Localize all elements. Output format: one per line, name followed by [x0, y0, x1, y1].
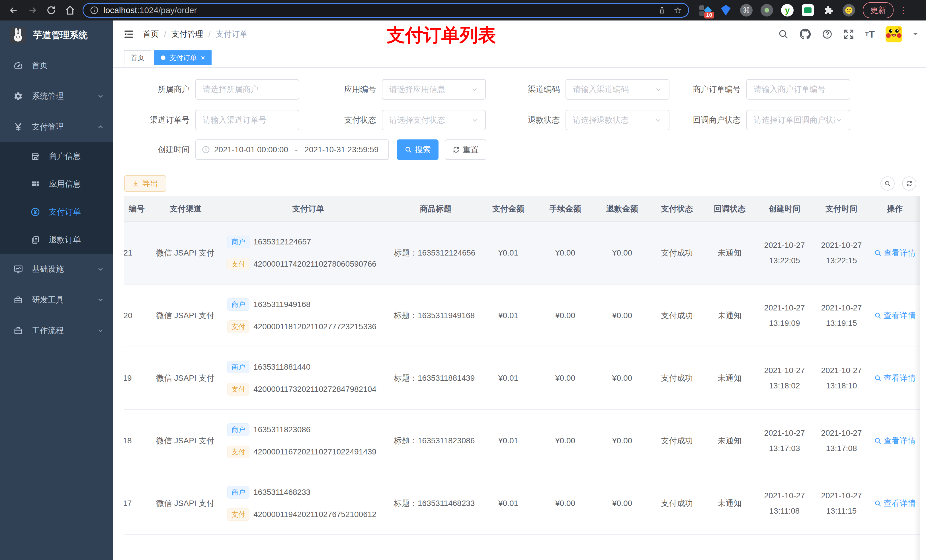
pay-order-line: 支付4200001194202110276752100612 [227, 508, 377, 521]
magnifier-icon [874, 249, 882, 257]
extension-icon[interactable]: 10 [699, 4, 712, 17]
user-avatar[interactable] [885, 26, 902, 42]
breadcrumb-item[interactable]: 支付管理 [171, 29, 203, 39]
filter-field-应用编号: 应用编号请选择应用信息 [299, 79, 486, 100]
date-range-input[interactable]: 2021-10-01 00:00:00 - 2021-10-31 23:59:5… [195, 139, 389, 160]
header-search-icon[interactable] [778, 29, 789, 39]
merchant-order-line: 商户1635312124657 [227, 235, 311, 248]
browser-update-button[interactable]: 更新 [863, 2, 894, 18]
date-end-value[interactable]: 2021-10-31 23:59:59 [304, 145, 378, 154]
browser-back-icon[interactable] [8, 4, 20, 17]
bookmark-star-icon[interactable]: ☆ [674, 5, 682, 16]
cell-channel: 微信 JSAPI 支付 [154, 222, 225, 284]
shop-icon [30, 152, 41, 161]
sidebar-item-label: 支付订单 [49, 207, 104, 217]
font-size-icon[interactable]: TT [865, 29, 875, 40]
sidebar-fold-icon[interactable] [123, 29, 135, 40]
input-渠道订单号[interactable]: 请输入渠道订单号 [195, 110, 299, 130]
filter-row: 渠道订单号请输入渠道订单号支付状态请选择支付状态退款状态请选择退款状态回调商户状… [124, 110, 920, 130]
browser-home-icon[interactable] [64, 4, 76, 17]
logo[interactable]: 芋道管理系统 [0, 21, 113, 50]
pay-time: 13:19:15 [826, 315, 857, 331]
extension-icon[interactable] [842, 4, 855, 17]
cell-refund-amount: ¥0.00 [594, 347, 651, 409]
export-button[interactable]: 导出 [124, 175, 166, 192]
sidebar-item-label: 工作流程 [32, 325, 97, 336]
tags-view-bar: 首页支付订单× [113, 48, 926, 68]
fullscreen-icon[interactable] [843, 29, 854, 39]
gear-icon [12, 91, 24, 101]
extensions-area: 10 ⌘ y [699, 4, 855, 17]
cell-actions [870, 535, 920, 560]
sidebar-item-研发工具[interactable]: 研发工具 [0, 285, 113, 315]
select-渠道编码[interactable]: 请输入渠道编码 [566, 79, 669, 100]
share-icon[interactable] [658, 6, 666, 15]
magnifier-icon [874, 312, 882, 319]
tab-支付订单[interactable]: 支付订单× [154, 50, 212, 65]
sidebar-item-基础设施[interactable]: 基础设施 [0, 254, 113, 285]
sidebar-item-应用信息[interactable]: 应用信息 [0, 170, 113, 198]
table-header-row: 编号支付渠道支付订单商品标题支付金额手续金额退款金额支付状态回调状态创建时间支付… [124, 196, 920, 222]
pay-date: 2021-10-27 [821, 238, 862, 253]
cell-actions: 查看详情 [870, 285, 920, 347]
cell-title [392, 535, 480, 560]
view-details-link[interactable]: 查看详情 [874, 435, 916, 446]
toggle-search-button[interactable] [881, 177, 895, 191]
cell-refund-amount: ¥0.00 [594, 285, 651, 347]
create-time: 13:22:05 [769, 253, 800, 268]
sidebar-item-首页[interactable]: 首页 [0, 50, 113, 81]
github-icon[interactable] [800, 29, 811, 40]
input-商户订单编号[interactable]: 请输入商户订单编号 [746, 79, 850, 100]
extension-icon[interactable] [801, 4, 814, 17]
tab-close-icon[interactable]: × [201, 54, 205, 62]
view-details-link[interactable]: 查看详情 [874, 248, 916, 258]
view-details-label: 查看详情 [884, 248, 916, 258]
cell-title: 标题：1635311949168 [392, 285, 480, 347]
sidebar-item-商户信息[interactable]: 商户信息 [0, 142, 113, 170]
tab-首页[interactable]: 首页 [124, 50, 151, 65]
puzzle-extensions-icon[interactable] [822, 4, 835, 17]
browser-forward-icon[interactable] [26, 4, 39, 17]
refresh-table-button[interactable] [902, 177, 916, 191]
grid-icon [30, 180, 41, 189]
view-details-link[interactable]: 查看详情 [874, 373, 916, 383]
view-details-link[interactable]: 查看详情 [874, 310, 916, 321]
extension-icon[interactable]: ⌘ [740, 4, 753, 17]
pay-order-no: 4200001181202110277723215336 [253, 322, 377, 331]
address-bar[interactable]: localhost:1024/pay/order ☆ [83, 3, 689, 18]
date-start-value[interactable]: 2021-10-01 00:00:00 [214, 145, 288, 154]
pay-order-no: 4200001194202110276752100612 [253, 510, 377, 519]
select-支付状态[interactable]: 请选择支付状态 [382, 110, 486, 130]
sidebar-item-工作流程[interactable]: 工作流程 [0, 315, 113, 346]
select-退款状态[interactable]: 请选择退款状态 [566, 110, 669, 130]
select-回调商户状态[interactable]: 请选择订单回调商户状态 [746, 110, 850, 130]
avatar-caret-icon[interactable] [913, 33, 918, 38]
cell-title: 标题：1635311823086 [392, 410, 480, 472]
cell-order-numbers: 商户1635312124657支付42000011742021102780605… [225, 222, 392, 284]
browser-menu-icon[interactable]: ⋮ [899, 5, 904, 16]
column-header-支付状态: 支付状态 [651, 196, 703, 221]
pay-order-no: 4200001174202110278060590766 [253, 260, 377, 269]
sidebar-item-系统管理[interactable]: 系统管理 [0, 81, 113, 112]
select-应用编号[interactable]: 请选择应用信息 [382, 79, 486, 100]
browser-reload-icon[interactable] [45, 4, 57, 17]
dashboard-icon [12, 60, 24, 70]
pay-order-no: 4200001167202110271022491439 [253, 447, 377, 456]
sidebar-item-支付管理[interactable]: 支付管理 [0, 112, 113, 142]
extension-icon[interactable] [719, 4, 732, 17]
extension-icon[interactable] [760, 4, 773, 17]
view-details-link[interactable]: 查看详情 [874, 498, 916, 509]
cell-pay-time [813, 535, 870, 560]
site-info-icon[interactable] [90, 6, 99, 15]
cell-order-numbers: 商户1635311354796 [225, 535, 392, 560]
breadcrumb-item[interactable]: 首页 [143, 29, 159, 39]
pay-tag: 支付 [227, 383, 250, 395]
input-所属商户[interactable]: 请选择所属商户 [195, 79, 299, 100]
extension-icon[interactable]: y [781, 4, 794, 17]
annotation-title: 支付订单列表 [387, 23, 496, 48]
help-icon[interactable] [822, 29, 832, 39]
search-button[interactable]: 搜索 [397, 139, 439, 160]
reset-button[interactable]: 重置 [445, 139, 486, 160]
sidebar-item-退款订单[interactable]: 退款订单 [0, 226, 113, 254]
sidebar-item-支付订单[interactable]: 支付订单 [0, 198, 113, 226]
